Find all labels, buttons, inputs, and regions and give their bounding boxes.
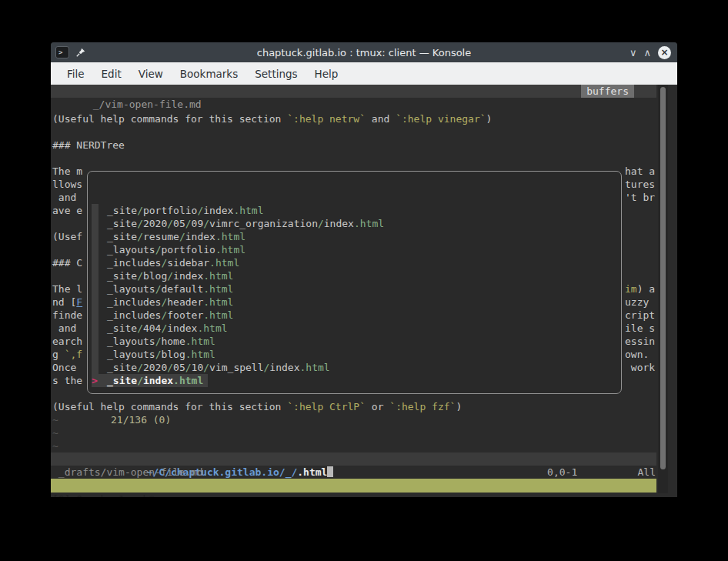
- fzf-query-input[interactable]: .html: [297, 466, 327, 478]
- empty-line-tilde: ~: [52, 439, 58, 452]
- buffer-line: (Useful help commands for this section `…: [52, 112, 492, 125]
- buffer-line: llows: [52, 178, 82, 191]
- fzf-pointer: >: [92, 374, 99, 387]
- fzf-file-path: _includes/header.html: [107, 296, 233, 309]
- fzf-file-path: _site/resume/index.html: [107, 230, 245, 243]
- fzf-file-row[interactable]: _layouts/home.html: [92, 335, 621, 348]
- buffer-line: own.: [625, 348, 649, 361]
- fzf-gutter: [92, 243, 99, 256]
- fzf-file-row[interactable]: _site/2020/05/10/vim_spell/index.html: [92, 361, 621, 374]
- fzf-gutter: [92, 217, 99, 230]
- fzf-file-row[interactable]: _includes/header.html: [92, 296, 621, 309]
- buffer-line: The m: [52, 165, 82, 178]
- buffer-line: 't br: [625, 191, 655, 204]
- fzf-file-row[interactable]: _site/blog/index.html: [92, 269, 621, 282]
- buffer-line: nd [F: [52, 296, 82, 309]
- fzf-file-row[interactable]: _includes/footer.html: [92, 309, 621, 322]
- buffer-line: im) a: [625, 282, 655, 296]
- buffer-line: and: [52, 191, 76, 204]
- buffer-line: Once: [52, 361, 76, 374]
- menu-item-settings[interactable]: Settings: [246, 65, 306, 83]
- buffer-line: g `,f: [52, 348, 82, 361]
- fzf-file-path: _includes/footer.html: [107, 309, 233, 322]
- menu-item-help[interactable]: Help: [306, 65, 347, 83]
- maximize-button[interactable]: ∧: [643, 48, 651, 58]
- fzf-file-row[interactable]: _site/2020/05/09/vimrc_organization/inde…: [92, 217, 621, 230]
- menubar: FileEditViewBookmarksSettingsHelp: [51, 62, 677, 85]
- terminal: _/vim-open-file.md buffers (Useful help …: [51, 85, 677, 497]
- close-button[interactable]: ×: [658, 46, 671, 59]
- minimize-button[interactable]: ∨: [629, 48, 637, 58]
- menu-item-view[interactable]: View: [130, 65, 172, 83]
- tmux-window-list[interactable]: [0] 0:zsh- 1:zsh*: [52, 493, 155, 497]
- fzf-file-path: _site/2020/05/10/vim_spell/index.html: [107, 361, 330, 374]
- empty-line-tilde: ~: [52, 413, 58, 426]
- fzf-file-path: _layouts/home.html: [107, 335, 215, 348]
- fzf-file-row[interactable]: _site/resume/index.html: [92, 230, 621, 243]
- fzf-file-path: _site/portfolio/index.html: [107, 204, 264, 217]
- empty-line-tilde: ~: [52, 426, 58, 439]
- fzf-file-path: _layouts/portfolio.html: [107, 243, 245, 256]
- vim-statusline: _drafts/vim-open-file.md markdown utf-8[…: [51, 452, 656, 466]
- fzf-gutter: [92, 256, 99, 269]
- titlebar: > chaptuck.gitlab.io : tmux: client — Ko…: [51, 42, 677, 62]
- fzf-file-path: _layouts/default.html: [107, 282, 233, 296]
- fzf-file-row[interactable]: _includes/sidebar.html: [92, 256, 621, 269]
- fzf-gutter: [92, 230, 99, 243]
- fzf-gutter: [92, 335, 99, 348]
- buffer-line: ### NERDTree: [52, 139, 125, 152]
- buffer-line: essin: [625, 335, 655, 348]
- buffer-line: tures: [625, 178, 655, 191]
- scrollbar-track[interactable]: [658, 85, 668, 493]
- buffer-line: The l: [52, 282, 82, 296]
- fzf-gutter: [92, 309, 99, 322]
- pin-icon[interactable]: [75, 47, 86, 58]
- fzf-file-row[interactable]: >_site/index.html: [92, 374, 621, 387]
- buffers-badge: buffers: [581, 85, 634, 98]
- fzf-file-path: _site/2020/05/09/vimrc_organization/inde…: [107, 217, 384, 230]
- fzf-gutter: [92, 282, 99, 296]
- scrollbar-thumb[interactable]: [660, 87, 666, 469]
- fzf-file-row[interactable]: _site/portfolio/index.html: [92, 204, 621, 217]
- menu-item-bookmarks[interactable]: Bookmarks: [172, 65, 246, 83]
- buffer-line: s the: [52, 374, 82, 387]
- text-cursor: [327, 466, 333, 477]
- buffer-line: ### C: [52, 256, 82, 269]
- fzf-file-row[interactable]: _layouts/default.html: [92, 282, 621, 296]
- fzf-gutter: [92, 348, 99, 361]
- fzf-gutter: [92, 361, 99, 374]
- window-title: chaptuck.gitlab.io : tmux: client — Kons…: [51, 47, 677, 58]
- buffer-line: work: [625, 361, 655, 374]
- fzf-file-path: _layouts/blog.html: [107, 348, 215, 361]
- buffer-line: ile s: [625, 322, 655, 335]
- buffer-line: ave e: [52, 204, 82, 217]
- buffer-line: hat a: [625, 165, 655, 178]
- tmux-status-bar: [0] 0:zsh- 1:zsh* "localhost.localdomain…: [51, 479, 656, 493]
- terminal-app-icon: >: [55, 46, 69, 58]
- buffer-tab-label[interactable]: _/vim-open-file.md: [87, 99, 202, 110]
- menu-item-edit[interactable]: Edit: [93, 65, 130, 83]
- fzf-gutter: [92, 269, 99, 282]
- konsole-window: > chaptuck.gitlab.io : tmux: client — Ko…: [51, 42, 677, 497]
- statusline-filename: _drafts/vim-open-file.md: [52, 466, 203, 479]
- vim-tabline: _/vim-open-file.md buffers: [51, 85, 656, 98]
- fzf-gutter: [92, 296, 99, 309]
- buffer-line: cript: [625, 309, 655, 322]
- fzf-gutter: [92, 322, 99, 335]
- buffer-line: earch: [52, 335, 82, 348]
- fzf-file-list: _site/portfolio/index.html_site/2020/05/…: [92, 204, 621, 387]
- buffer-line: (Usef: [52, 230, 82, 243]
- fzf-file-path: _site/index.html: [107, 374, 203, 387]
- fzf-gutter: [92, 204, 99, 217]
- fzf-counter: 21/136 (0): [92, 413, 621, 426]
- fzf-popup: _site/portfolio/index.html_site/2020/05/…: [87, 171, 622, 394]
- fzf-file-row[interactable]: _site/404/index.html: [92, 322, 621, 335]
- fzf-file-path: _includes/sidebar.html: [107, 256, 239, 269]
- fzf-file-row[interactable]: _layouts/portfolio.html: [92, 243, 621, 256]
- buffer-line: uzzy: [625, 296, 649, 309]
- buffer-line: and: [52, 322, 76, 335]
- menu-item-file[interactable]: File: [58, 65, 93, 83]
- fzf-file-row[interactable]: _layouts/blog.html: [92, 348, 621, 361]
- buffer-line: finde: [52, 309, 82, 322]
- fzf-file-path: _site/blog/index.html: [107, 269, 233, 282]
